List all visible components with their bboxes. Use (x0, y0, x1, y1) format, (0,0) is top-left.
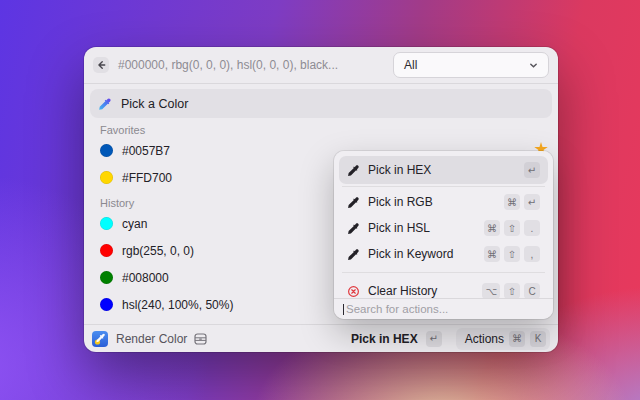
footer-actions: Pick in HEX ↵ Actions ⌘ K (351, 328, 550, 350)
command-label: Pick a Color (121, 97, 188, 111)
color-label: hsl(240, 100%, 50%) (122, 298, 233, 312)
render-color-app-icon (92, 331, 108, 347)
action-label: Pick in RGB (368, 195, 433, 209)
search-input[interactable]: #000000, rbg(0, 0, 0), hsl(0, 0, 0), bla… (118, 58, 338, 72)
action-item-pick-in-rgb[interactable]: Pick in RGB ⌘ ↵ (339, 189, 548, 215)
section-title-favorites: Favorites (100, 124, 558, 137)
key-shift: ⇧ (504, 220, 520, 236)
back-button[interactable] (93, 57, 109, 73)
key-cmd: ⌘ (509, 331, 525, 347)
action-item-pick-in-hex[interactable]: Pick in HEX ↵ (339, 156, 548, 184)
separator (342, 272, 545, 273)
key-return: ↵ (426, 331, 442, 347)
key-shift: ⇧ (504, 246, 520, 262)
actions-button-label: Actions (465, 332, 504, 346)
key-k: K (530, 331, 546, 347)
color-label: #008000 (122, 271, 169, 285)
key-period: . (524, 220, 540, 236)
action-label: Clear History (368, 284, 437, 298)
actions-search-placeholder: Search for actions... (346, 303, 448, 315)
primary-action-button[interactable]: Pick in HEX (351, 332, 418, 346)
action-label: Pick in Keyword (368, 247, 453, 261)
back-arrow-icon (96, 60, 106, 70)
eyedropper-icon (347, 222, 360, 235)
color-label: #0057B7 (122, 144, 170, 158)
action-item-pick-in-keyword[interactable]: Pick in Keyword ⌘ ⇧ , (339, 241, 548, 267)
command-name: Render Color (116, 332, 187, 346)
key-return: ↵ (524, 162, 540, 178)
text-cursor (343, 304, 344, 315)
action-item-pick-in-hsl[interactable]: Pick in HSL ⌘ ⇧ . (339, 215, 548, 241)
color-swatch (100, 271, 113, 284)
color-swatch (100, 171, 113, 184)
eyedropper-icon (347, 248, 360, 261)
filter-value: All (404, 58, 417, 72)
filter-dropdown[interactable]: All (393, 52, 549, 78)
key-cmd: ⌘ (484, 246, 500, 262)
list-item-pick-a-color[interactable]: Pick a Color (90, 89, 552, 118)
actions-search-field[interactable]: Search for actions... (334, 298, 553, 319)
status-bar: Render Color Pick in HEX ↵ Actions ⌘ K (84, 324, 558, 352)
actions-list: Pick in HEX ↵ Pick in RGB ⌘ ↵ Pick in HS… (334, 151, 553, 298)
key-c: C (524, 283, 540, 298)
window-icon (194, 333, 207, 345)
separator (342, 186, 545, 187)
color-label: cyan (122, 217, 147, 231)
key-shift: ⇧ (504, 283, 520, 298)
color-swatch (100, 217, 113, 230)
search-header: #000000, rbg(0, 0, 0), hsl(0, 0, 0), bla… (84, 47, 558, 84)
actions-panel: Pick in HEX ↵ Pick in RGB ⌘ ↵ Pick in HS… (334, 151, 553, 319)
launcher-window: #000000, rbg(0, 0, 0), hsl(0, 0, 0), bla… (84, 47, 558, 352)
key-cmd: ⌘ (484, 220, 500, 236)
action-item-clear-history[interactable]: Clear History ⌥ ⇧ C (339, 278, 548, 298)
key-return: ↵ (524, 194, 540, 210)
color-swatch (100, 144, 113, 157)
color-label: #FFD700 (122, 171, 172, 185)
eyedropper-icon (347, 196, 360, 209)
actions-button[interactable]: Actions ⌘ K (456, 328, 550, 350)
action-label: Pick in HEX (368, 163, 431, 177)
action-label: Pick in HSL (368, 221, 430, 235)
key-cmd: ⌘ (504, 194, 520, 210)
color-label: rgb(255, 0, 0) (122, 244, 194, 258)
key-comma: , (524, 246, 540, 262)
chevron-down-icon (529, 61, 538, 70)
eyedropper-icon (98, 97, 112, 111)
eyedropper-icon (347, 164, 360, 177)
key-option: ⌥ (482, 283, 500, 298)
clear-history-icon (347, 285, 360, 298)
color-swatch (100, 298, 113, 311)
color-swatch (100, 244, 113, 257)
